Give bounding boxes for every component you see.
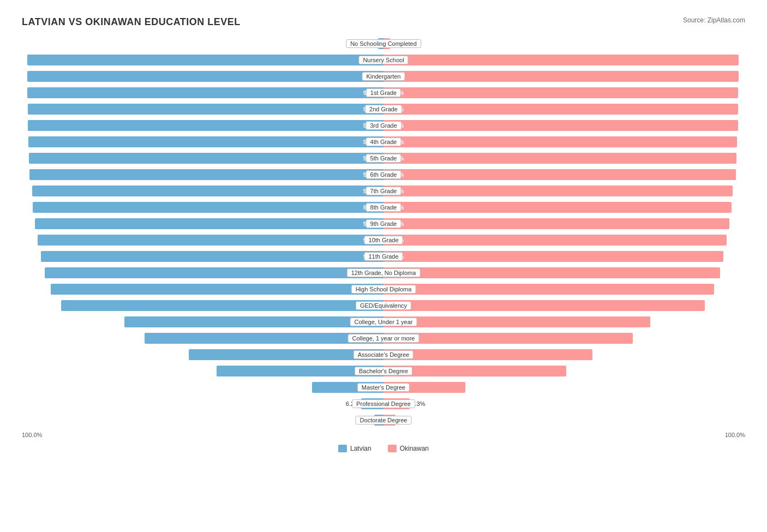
- right-bar-container: 97.6%: [384, 151, 745, 165]
- axis-left: 100.0%: [22, 432, 384, 438]
- left-bar-container: 89.2%: [22, 298, 384, 313]
- legend-okinawan: Okinawan: [388, 445, 429, 452]
- okinawan-bar: 94.8%: [384, 235, 727, 246]
- left-bar-container: 98.1%: [22, 151, 384, 165]
- latvian-bar: 98.5%: [27, 55, 384, 65]
- bar-row: 97.9%97.4%6th Grade: [22, 168, 745, 182]
- right-bar-container: 69.0%: [384, 331, 745, 345]
- okinawan-bar: 98.2%: [384, 55, 739, 65]
- center-label: 12th Grade, No Diploma: [347, 268, 421, 277]
- left-bar-container: 6.2%: [22, 397, 384, 411]
- center-label: GED/Equivalency: [356, 301, 411, 310]
- center-label: 10th Grade: [364, 236, 403, 244]
- bar-row: 98.4%98.0%3rd Grade: [22, 118, 745, 133]
- right-bar-container: 98.2%: [384, 69, 745, 83]
- okinawan-bar: 97.4%: [384, 169, 736, 180]
- bar-row: 19.8%22.6%Master's Degree: [22, 380, 745, 394]
- bar-row: 89.2%88.9%GED/Equivalency: [22, 298, 745, 313]
- center-label: Nursery School: [358, 56, 408, 64]
- right-bar-container: 98.1%: [384, 102, 745, 116]
- center-label: Master's Degree: [357, 383, 410, 392]
- center-label: 4th Grade: [366, 138, 402, 146]
- okinawan-bar: 94.0%: [384, 251, 723, 262]
- center-label: No Schooling Completed: [346, 39, 421, 48]
- right-bar-container: 93.0%: [384, 266, 745, 280]
- okinawan-bar: 57.7%: [384, 349, 592, 360]
- right-bar-container: 96.3%: [384, 200, 745, 214]
- center-label: Associate's Degree: [353, 350, 414, 359]
- center-label: College, Under 1 year: [350, 318, 417, 326]
- right-bar-container: 94.8%: [384, 233, 745, 247]
- chart-container: LATVIAN VS OKINAWAN EDUCATION LEVEL Sour…: [11, 11, 756, 469]
- source-label: Source: ZipAtlas.com: [683, 16, 745, 24]
- center-label: 2nd Grade: [365, 105, 402, 113]
- okinawan-bar: 93.0%: [384, 267, 720, 278]
- bar-row: 95.6%94.8%10th Grade: [22, 233, 745, 247]
- latvian-bar: 94.7%: [41, 251, 384, 262]
- center-label: 11th Grade: [364, 252, 403, 261]
- center-label: Professional Degree: [352, 399, 415, 408]
- left-bar-container: 46.1%: [22, 364, 384, 378]
- right-bar-container: 1.8%: [384, 37, 745, 51]
- right-bar-container: 96.6%: [384, 184, 745, 198]
- left-bar-container: 98.2%: [22, 135, 384, 149]
- latvian-bar: 93.6%: [45, 267, 384, 278]
- left-bar-container: 95.6%: [22, 233, 384, 247]
- left-bar-container: 19.8%: [22, 380, 384, 394]
- right-bar-container: 88.9%: [384, 298, 745, 313]
- left-bar-container: 94.7%: [22, 249, 384, 264]
- okinawan-color-box: [388, 445, 397, 452]
- okinawan-bar: 97.8%: [384, 136, 737, 147]
- bar-row: 2.6%3.3%Doctorate Degree: [22, 413, 745, 427]
- center-label: High School Diploma: [351, 285, 416, 294]
- okinawan-bar: 73.7%: [384, 316, 650, 327]
- right-bar-container: 22.6%: [384, 380, 745, 394]
- left-bar-container: 97.2%: [22, 184, 384, 198]
- center-label: 8th Grade: [366, 203, 402, 212]
- right-bar-container: 97.8%: [384, 135, 745, 149]
- okinawan-bar: 98.2%: [384, 71, 739, 82]
- latvian-color-box: [338, 445, 347, 452]
- left-bar-container: 98.4%: [22, 102, 384, 116]
- okinawan-bar: 97.6%: [384, 153, 736, 164]
- left-bar-container: 1.5%: [22, 37, 384, 51]
- axis-right: 100.0%: [384, 432, 745, 438]
- bar-row: 98.4%98.1%2nd Grade: [22, 102, 745, 116]
- center-label: Bachelor's Degree: [355, 367, 412, 375]
- right-bar-container: 98.0%: [384, 118, 745, 133]
- legend: Latvian Okinawan: [22, 445, 745, 452]
- bar-row: 6.2%7.3%Professional Degree: [22, 397, 745, 411]
- okinawan-bar: 98.0%: [384, 120, 738, 131]
- latvian-bar: 95.6%: [38, 235, 384, 246]
- bar-row: 66.1%69.0%College, 1 year or more: [22, 331, 745, 345]
- left-bar-container: 97.9%: [22, 168, 384, 182]
- left-bar-container: 97.0%: [22, 200, 384, 214]
- bar-row: 92.0%91.4%High School Diploma: [22, 282, 745, 296]
- left-bar-container: 71.6%: [22, 315, 384, 329]
- bar-row: 97.0%96.3%8th Grade: [22, 200, 745, 214]
- left-bar-container: 96.4%: [22, 217, 384, 231]
- right-bar-container: 98.1%: [384, 86, 745, 100]
- right-bar-container: 50.5%: [384, 364, 745, 378]
- bar-chart: 1.5%1.8%No Schooling Completed98.5%98.2%…: [22, 37, 745, 427]
- bar-row: 98.2%97.8%4th Grade: [22, 135, 745, 149]
- latvian-bar: 98.1%: [29, 153, 384, 164]
- bar-row: 98.5%98.1%1st Grade: [22, 86, 745, 100]
- right-bar-container: 94.0%: [384, 249, 745, 264]
- right-bar-container: 91.4%: [384, 282, 745, 296]
- right-bar-container: 98.2%: [384, 53, 745, 67]
- okinawan-bar: 96.6%: [384, 186, 733, 196]
- bar-row: 96.4%95.7%9th Grade: [22, 217, 745, 231]
- center-label: 5th Grade: [366, 154, 402, 163]
- center-label: 7th Grade: [366, 187, 402, 195]
- okinawan-bar: 96.3%: [384, 202, 732, 213]
- latvian-bar: 98.4%: [28, 120, 384, 131]
- left-bar-container: 98.5%: [22, 53, 384, 67]
- okinawan-bar: 69.0%: [384, 333, 633, 344]
- okinawan-bar: 91.4%: [384, 284, 714, 295]
- bar-row: 71.6%73.7%College, Under 1 year: [22, 315, 745, 329]
- okinawan-label: Okinawan: [400, 445, 429, 452]
- right-bar-container: 3.3%: [384, 413, 745, 427]
- latvian-label: Latvian: [350, 445, 371, 452]
- chart-title: LATVIAN VS OKINAWAN EDUCATION LEVEL: [22, 16, 745, 28]
